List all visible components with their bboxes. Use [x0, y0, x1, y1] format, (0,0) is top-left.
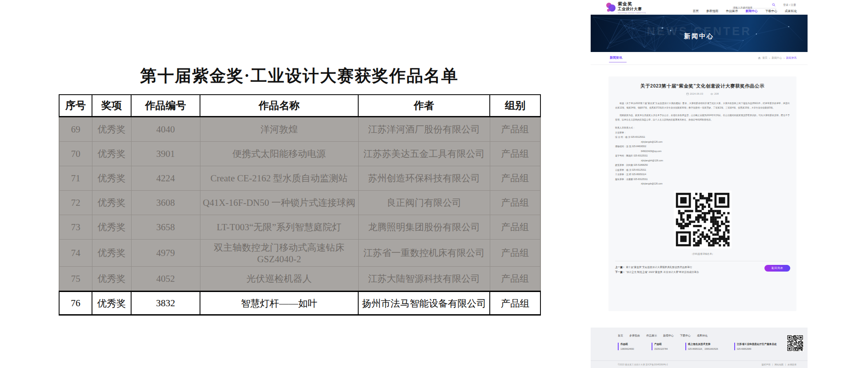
article-views: 208: [714, 92, 719, 95]
contact-line: 综 合 组：杨 洋 025-83125311: [615, 135, 790, 140]
footer-link[interactable]: 版权声明: [761, 363, 770, 366]
tab-news[interactable]: 新闻资讯: [610, 56, 622, 60]
table-cell: 4040: [131, 117, 200, 142]
table-cell: 优秀奖: [92, 117, 131, 142]
nav-item-参赛指南[interactable]: 参赛指南: [706, 9, 718, 13]
subnav-bar: 新闻资讯 首页>新闻中心>新闻资讯: [591, 52, 808, 65]
footer-contact-block: 线上报名及技术支持025-86950116、15651663526: [685, 343, 729, 350]
footer-contact-title: 线上报名及技术支持: [688, 343, 729, 346]
home-icon[interactable]: [758, 56, 761, 60]
table-cell: 74: [59, 240, 92, 267]
site-topbar: 紫金奖 工业设计大赛 INDUSTRIAL DESIGN COMPETITION…: [591, 0, 808, 15]
table-cell: 产品组: [490, 191, 540, 215]
table-row: 70优秀奖3901便携式太阳能移动电源江苏苏美达五金工具有限公司产品组: [59, 142, 540, 166]
footer-nav-item-参赛指南[interactable]: 参赛指南: [629, 334, 640, 338]
table-row: 73优秀奖3658LT-T003“无限”系列智慧庭院灯龙腾照明集团股份有限公司产…: [59, 215, 540, 240]
footer-nav-item-首页[interactable]: 首页: [618, 334, 623, 338]
site-footer: 首页参赛指南作品展示新闻中心下载中心成果转化 作品组13809624690产品组…: [591, 328, 808, 368]
table-cell: 扬州市法马智能设备有限公司: [358, 292, 490, 315]
footer-contact-title: 产品组: [654, 343, 680, 346]
table-cell: 洋河敦煌: [200, 117, 358, 142]
contact-line: 建筑赛事：刘剑康 025-51868250: [615, 163, 790, 168]
footer-contacts: 作品组13809624690产品组15250115784线上报名及技术支持025…: [618, 343, 786, 350]
table-cell: 70: [59, 142, 92, 166]
table-cell: 优秀奖: [92, 166, 131, 191]
table-row: 71优秀奖4224Create CE-2162 型水质自动监测站苏州创造环保科技…: [59, 166, 540, 191]
hero-banner: NEWS CENTER 新闻中心: [591, 15, 808, 52]
search-icon[interactable]: [772, 3, 776, 7]
prev-article-link[interactable]: 第十届“紫金奖”文化创意设计大赛颁奖典礼暨优秀作品展举行: [626, 266, 692, 268]
table-cell: 产品组: [490, 142, 540, 166]
column-header: 组别: [490, 95, 540, 117]
breadcrumb: 首页>新闻中心>新闻资讯: [758, 56, 796, 60]
nav-item-成果转化[interactable]: 成果转化: [785, 9, 797, 13]
document-title: 第十届紫金奖·工业设计大赛获奖作品名单: [59, 65, 540, 87]
contact-line: 文创赛事：: [615, 130, 790, 135]
table-cell: 优秀奖: [92, 142, 131, 166]
breadcrumb-separator: >: [769, 57, 770, 60]
award-table: 序号奖项作品编号作品名称作者组别69优秀奖4040洋河敦煌江苏洋河酒厂股份有限公…: [59, 94, 541, 316]
table-cell: 优秀奖: [92, 191, 131, 215]
contact-line: zijinjiangds@126.com: [615, 140, 790, 144]
table-cell: 产品组: [490, 166, 540, 191]
footer-contact-phone: 025-69652689: [737, 348, 786, 350]
column-header: 作品编号: [131, 95, 200, 117]
logo-icon: [606, 2, 616, 12]
article-paragraph: 根据《关于举办2023第十届“紫金奖”文化创意设计大赛的通知》要求，大赛组委会组…: [615, 101, 790, 110]
table-cell: 良正阀门有限公司: [358, 191, 490, 215]
nav-item-作品展示[interactable]: 作品展示: [726, 9, 738, 13]
column-header: 作者: [358, 95, 490, 117]
table-cell: 江苏省一重数控机床有限公司: [358, 240, 490, 267]
footer-nav-item-新闻中心[interactable]: 新闻中心: [663, 334, 674, 338]
article-body: 根据《关于举办2023第十届“紫金奖”文化创意设计大赛的通知》要求，大赛组委会组…: [608, 95, 796, 186]
contact-heading: 联系人及联系方式：: [615, 125, 790, 130]
auth-links: 登录 / 注册: [783, 3, 796, 7]
search-input[interactable]: [732, 5, 770, 9]
tab-underline: [609, 62, 627, 63]
nav-item-下载中心[interactable]: 下载中心: [765, 9, 777, 13]
hero-title-box: 新闻中心: [675, 31, 724, 42]
footer-nav-item-成果转化[interactable]: 成果转化: [697, 334, 708, 338]
table-cell: 江苏大陆智源科技有限公司: [358, 267, 490, 292]
logo-caption: INDUSTRIAL DESIGN COMPETITION: [618, 12, 646, 14]
breadcrumb-item[interactable]: 新闻中心: [772, 56, 782, 60]
footer-contact-phone: 025-86950116、15651663526: [688, 348, 729, 350]
views-eye-icon: [710, 93, 713, 95]
logo-subtitle: 工业设计大赛: [618, 7, 646, 11]
table-cell: 3901: [131, 142, 200, 166]
table-cell: 优秀奖: [92, 240, 131, 267]
breadcrumb-item[interactable]: 新闻资讯: [786, 56, 796, 60]
table-cell: 优秀奖: [92, 215, 131, 240]
column-header: 奖项: [92, 95, 131, 117]
next-article-link[interactable]: “设计之光 制造之魂” 2023“紫金奖·工业设计大赛”终评活动成功举办: [626, 271, 699, 273]
table-cell: 71: [59, 166, 92, 191]
qr-caption: （扫码查看详细名单）: [608, 252, 796, 256]
nav-item-首页[interactable]: 首页: [692, 9, 699, 13]
table-row: 76优秀奖3832智慧灯杆——如叶扬州市法马智能设备有限公司产品组: [59, 292, 540, 315]
contact-line: zijinjianglzh@126.com: [615, 158, 790, 163]
back-to-list-button[interactable]: 返回列表: [764, 265, 790, 272]
table-cell: 产品组: [490, 267, 540, 292]
article-paragraph: 现将获奖作品、获奖单位及获奖人员名单予以公示，欢迎社会各界监督，公示截止日期为2…: [615, 113, 790, 122]
footer-nav-item-下载中心[interactable]: 下载中心: [680, 334, 691, 338]
footer-contact-block: 作品组13809624690: [618, 343, 646, 350]
footer-link[interactable]: 友情链接: [788, 363, 796, 366]
table-cell: 江苏苏美达五金工具有限公司: [358, 142, 490, 166]
table-cell: 优秀奖: [92, 267, 131, 292]
table-cell: 72: [59, 191, 92, 215]
register-link[interactable]: 注册: [791, 4, 796, 6]
footer-nav-item-作品展示[interactable]: 作品展示: [646, 334, 657, 338]
copyright-text: ©2023 紫金奖工业设计大赛 苏ICP备20045368号-2: [618, 363, 668, 366]
nav-item-新闻中心[interactable]: 新闻中心: [745, 9, 757, 13]
contact-line: 工业赛事：沈 昕 025-86950114: [615, 172, 790, 177]
footer-links: 版权声明|网站地图|友情链接: [761, 363, 796, 366]
table-cell: 3658: [131, 215, 200, 240]
breadcrumb-item[interactable]: 首页: [762, 56, 768, 60]
footer-link[interactable]: 网站地图: [775, 363, 784, 366]
next-label: 下一篇：: [615, 271, 625, 273]
contact-line: 649020429@qq.com: [615, 149, 790, 154]
site-logo[interactable]: 紫金奖 工业设计大赛 INDUSTRIAL DESIGN COMPETITION: [606, 2, 646, 14]
zijin-award-website: 紫金奖 工业设计大赛 INDUSTRIAL DESIGN COMPETITION…: [591, 0, 808, 368]
footer-contact-phone: 13809624690: [620, 348, 646, 350]
login-link[interactable]: 登录: [783, 4, 788, 6]
